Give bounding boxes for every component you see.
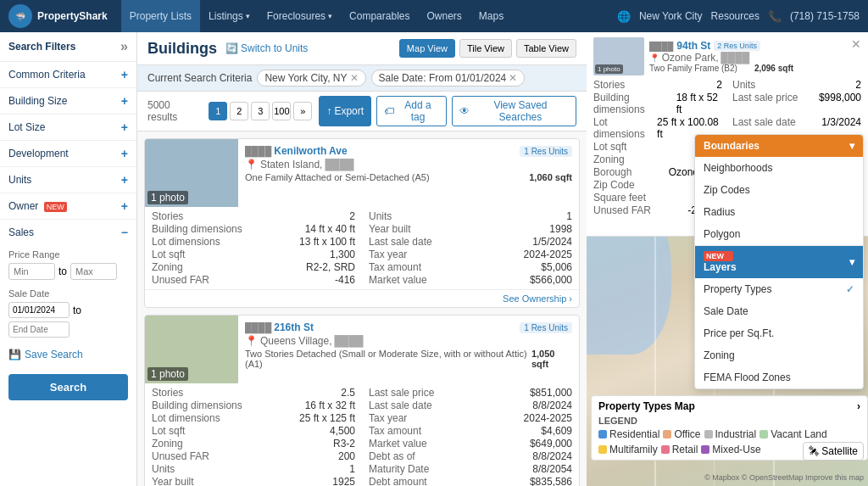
criteria-tag-date[interactable]: Sale Date: From 01/01/2024 ✕ <box>371 70 526 87</box>
map-view-btn[interactable]: Map View <box>399 39 455 58</box>
save-icon: 💾 <box>8 349 21 360</box>
nav-owners[interactable]: Owners <box>418 0 470 32</box>
eye-icon: 👁 <box>459 105 470 117</box>
sidebar-item-owner[interactable]: Owner NEW + <box>0 193 136 219</box>
navigation: 🦈 PropertyShark Property Lists Listings▾… <box>0 0 868 32</box>
sidebar-item-units[interactable]: Units + <box>0 167 136 193</box>
card-address-0[interactable]: ████ Kenilworth Ave <box>245 144 348 157</box>
sidebar-item-common-criteria[interactable]: Common Criteria + <box>0 62 136 87</box>
sidebar-section-owner: Owner NEW + <box>0 193 136 219</box>
sidebar-item-sales[interactable]: Sales − <box>0 220 136 245</box>
legend-residential: Residential <box>598 428 659 440</box>
sidebar-item-development[interactable]: Development + <box>0 141 136 166</box>
photo-label-0: 1 photo <box>147 191 188 204</box>
nav-property-lists[interactable]: Property Lists <box>121 0 200 32</box>
card-type-0: One Family Attached or Semi-Detached (A5… <box>245 172 430 182</box>
view-buttons: Map View Tile View Table View <box>399 39 576 58</box>
page-1-btn[interactable]: 1 <box>209 102 227 120</box>
saved-searches-btn[interactable]: 👁 View Saved Searches <box>452 96 576 126</box>
sidebar-item-lot-size[interactable]: Lot Size + <box>0 115 136 140</box>
legend-dot-retail <box>661 445 670 454</box>
price-max-input[interactable] <box>70 263 117 280</box>
sale-date-label: Sale Date <box>8 288 128 299</box>
card-address-1[interactable]: ████ 216th St <box>245 321 314 333</box>
logo-icon: 🦈 <box>8 4 32 28</box>
nav-listings[interactable]: Listings▾ <box>200 0 259 32</box>
card-location-0: 📍 Staten Island, ████ <box>245 159 572 170</box>
sale-date-from-input[interactable] <box>8 302 70 318</box>
location-selector[interactable]: New York City <box>639 10 703 22</box>
legend-dot-vacant <box>760 430 768 439</box>
card-photo-0: 1 photo <box>145 139 238 207</box>
layer-property-types[interactable]: Property Types ✓ <box>695 278 863 300</box>
card-details-0: Stories2 Units1 Building dimensions14 ft… <box>145 207 579 289</box>
layer-zoning[interactable]: Zoning <box>695 344 863 366</box>
layers-header[interactable]: NEW Layers ▾ <box>695 246 863 278</box>
satellite-icon: 🛰 <box>809 445 819 457</box>
main-layout: Search Filters » Common Criteria + Build… <box>0 32 868 486</box>
sidebar-section-sales: Sales − Price Range to Sale Date to <box>0 219 136 342</box>
page-2-btn[interactable]: 2 <box>230 102 248 120</box>
see-ownership-0[interactable]: See Ownership › <box>145 289 579 307</box>
overlay-photo-count: 1 photo <box>595 64 623 74</box>
export-icon: ↑ <box>326 105 331 117</box>
sale-date-section: Sale Date to <box>0 284 136 342</box>
phone-icon: 📞 <box>768 10 782 23</box>
resources-link[interactable]: Resources <box>711 10 760 22</box>
remove-tag-city[interactable]: ✕ <box>350 72 359 84</box>
dropdown-radius[interactable]: Radius <box>695 201 863 223</box>
layer-sale-date[interactable]: Sale Date <box>695 300 863 322</box>
plus-icon: + <box>121 68 128 81</box>
card-photo-1: 1 photo <box>145 316 238 383</box>
layers-section: Property Types ✓ Sale Date Price per Sq.… <box>695 278 863 388</box>
table-view-btn[interactable]: Table View <box>516 39 576 58</box>
price-range-label: Price Range <box>8 249 128 260</box>
page-100-btn[interactable]: 100 <box>272 102 291 120</box>
dropdown-polygon[interactable]: Polygon <box>695 223 863 245</box>
card-location-1: 📍 Queens Village, ████ <box>245 335 572 347</box>
criteria-tag-city[interactable]: New York City, NY ✕ <box>257 70 365 87</box>
criteria-bar: Current Search Criteria New York City, N… <box>137 65 587 92</box>
switch-units-btn[interactable]: 🔄 Switch to Units <box>225 42 308 54</box>
overlay-sqft: 2,096 sqft <box>754 64 793 73</box>
action-buttons: ↑ Export 🏷 Add a tag 👁 View Saved Search… <box>319 96 576 126</box>
page-3-btn[interactable]: 3 <box>251 102 270 120</box>
plus-icon: + <box>121 173 128 187</box>
logo[interactable]: 🦈 PropertyShark <box>8 4 108 28</box>
overlay-close-btn[interactable]: ✕ <box>851 37 861 51</box>
price-min-input[interactable] <box>8 263 55 280</box>
save-search-button[interactable]: 💾 Save Search <box>8 349 128 360</box>
nav-maps[interactable]: Maps <box>470 0 512 32</box>
center-panel: Buildings 🔄 Switch to Units Map View Til… <box>137 32 587 486</box>
overlay-address[interactable]: 94th St <box>676 40 710 52</box>
remove-tag-date[interactable]: ✕ <box>509 72 517 84</box>
layer-price-sqft[interactable]: Price per Sq.Ft. <box>695 322 863 344</box>
refresh-icon: 🔄 <box>225 42 238 54</box>
legend-dot-residential <box>598 430 607 439</box>
export-btn[interactable]: ↑ Export <box>319 96 371 126</box>
nav-comparables[interactable]: Comparables <box>341 0 418 32</box>
legend-title[interactable]: Property Types Map › <box>598 400 860 412</box>
dropdown-neighborhoods[interactable]: Neighborhoods <box>695 157 863 179</box>
owner-label: Owner NEW <box>8 200 67 212</box>
results-count: 5000 results <box>147 99 202 123</box>
satellite-btn[interactable]: 🛰 Satellite <box>803 442 864 461</box>
globe-icon: 🌐 <box>617 10 631 23</box>
phone-number: (718) 715-1758 <box>790 10 860 22</box>
boundaries-header[interactable]: Boundaries ▾ <box>695 135 863 157</box>
map-attribution: © Mapbox © OpenStreetMap Improve this ma… <box>704 473 864 482</box>
tile-view-btn[interactable]: Tile View <box>459 39 512 58</box>
overlay-res-units: 2 Res Units <box>714 41 760 51</box>
page-next-btn[interactable]: » <box>293 102 312 120</box>
page-title: Buildings <box>147 40 217 58</box>
add-tag-btn[interactable]: 🏷 Add a tag <box>376 96 447 126</box>
sidebar-collapse-btn[interactable]: » <box>120 39 128 54</box>
sale-date-to-input[interactable] <box>8 321 70 338</box>
dropdown-zip-codes[interactable]: Zip Codes <box>695 179 863 201</box>
card-top-1: 1 photo ████ 216th St 1 Res Units 📍 Quee… <box>145 316 579 383</box>
sidebar-item-building-size[interactable]: Building Size + <box>0 88 136 114</box>
property-card-0: 1 photo ████ Kenilworth Ave 1 Res Units … <box>144 138 580 308</box>
layer-fema[interactable]: FEMA Flood Zones <box>695 366 863 388</box>
search-button[interactable]: Search <box>8 374 128 400</box>
nav-foreclosures[interactable]: Foreclosures▾ <box>259 0 341 32</box>
